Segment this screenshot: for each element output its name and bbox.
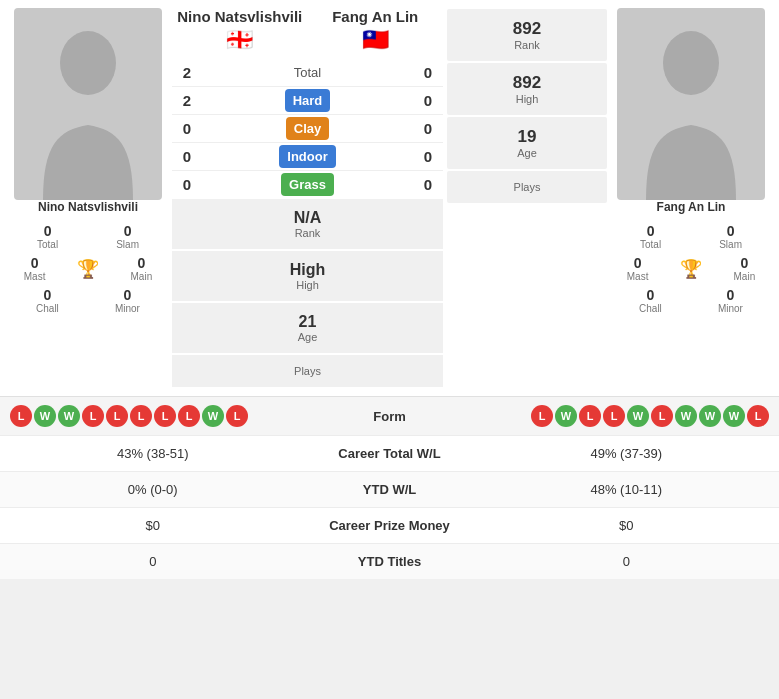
left-stats-row1: 0 Total 0 Slam xyxy=(8,220,168,253)
right-stats-row2: 0 Chall 0 Minor xyxy=(611,284,771,317)
left-chall-cell: 0 Chall xyxy=(36,287,59,314)
score-hard-right: 0 xyxy=(413,92,443,109)
right-rank-label: Rank xyxy=(451,39,603,51)
indoor-badge: Indoor xyxy=(279,145,335,168)
right-form-badges: LWLLWLWWWL xyxy=(531,405,769,427)
left-main-cell: 0 Main xyxy=(131,255,153,282)
right-plays-block: Plays xyxy=(447,171,607,203)
right-age-value: 19 xyxy=(451,127,603,147)
form-badge: W xyxy=(723,405,745,427)
form-badge: L xyxy=(10,405,32,427)
left-plays-label: Plays xyxy=(176,365,439,377)
right-mast-cell: 0 Mast xyxy=(627,255,649,282)
hard-badge: Hard xyxy=(285,89,331,112)
left-total-value: 0 xyxy=(37,223,58,239)
left-plays-block: Plays xyxy=(172,355,443,387)
right-high-block: 892 High xyxy=(447,63,607,115)
right-chall-label: Chall xyxy=(639,303,662,314)
form-badge: L xyxy=(651,405,673,427)
stats-row-left-0: 43% (38-51) xyxy=(16,446,290,461)
left-rank-value: N/A xyxy=(176,209,439,227)
left-age-label: Age xyxy=(176,331,439,343)
right-main-label: Main xyxy=(734,271,756,282)
right-rank-block: 892 Rank xyxy=(447,9,607,61)
left-chall-label: Chall xyxy=(36,303,59,314)
left-trophy-icon: 🏆 xyxy=(77,258,99,280)
score-hard-left: 2 xyxy=(172,92,202,109)
form-badge: L xyxy=(603,405,625,427)
left-high-label: High xyxy=(176,279,439,291)
right-minor-label: Minor xyxy=(718,303,743,314)
right-stats-row1: 0 Total 0 Slam xyxy=(611,220,771,253)
right-flag: 🇹🇼 xyxy=(308,27,444,53)
left-slam-label: Slam xyxy=(116,239,139,250)
left-player-name: Nino Natsvlishvili xyxy=(8,200,168,214)
right-total-value: 0 xyxy=(640,223,661,239)
score-hard: 2 Hard 0 xyxy=(172,87,443,115)
grass-badge: Grass xyxy=(281,173,334,196)
right-total-label: Total xyxy=(640,239,661,250)
right-rank-value: 892 xyxy=(451,19,603,39)
main-container: Nino Natsvlishvili 0 Total 0 Slam 0 Mast… xyxy=(0,0,779,579)
left-trophy-row: 0 Mast 🏆 0 Main xyxy=(8,253,168,284)
score-total: 2 Total 0 xyxy=(172,59,443,87)
clay-badge: Clay xyxy=(286,117,329,140)
form-badge: L xyxy=(747,405,769,427)
score-clay-right: 0 xyxy=(413,120,443,137)
form-badge: L xyxy=(531,405,553,427)
stats-row-center-2: Career Prize Money xyxy=(290,518,490,533)
right-slam-label: Slam xyxy=(719,239,742,250)
left-main-label: Main xyxy=(131,271,153,282)
grass-label-container: Grass xyxy=(202,177,413,192)
left-rank-label: Rank xyxy=(176,227,439,239)
score-grass-left: 0 xyxy=(172,176,202,193)
stats-row: 0% (0-0) YTD W/L 48% (10-11) xyxy=(0,471,779,507)
score-total-left: 2 xyxy=(172,64,202,81)
score-total-right: 0 xyxy=(413,64,443,81)
comparison-section: Nino Natsvlishvili 0 Total 0 Slam 0 Mast… xyxy=(0,0,779,396)
form-badge: W xyxy=(555,405,577,427)
form-badge: W xyxy=(627,405,649,427)
score-clay: 0 Clay 0 xyxy=(172,115,443,143)
form-badge: L xyxy=(154,405,176,427)
left-silhouette xyxy=(33,25,143,200)
left-age-value: 21 xyxy=(176,313,439,331)
left-total-label: Total xyxy=(37,239,58,250)
stats-row: $0 Career Prize Money $0 xyxy=(0,507,779,543)
stats-row: 0 YTD Titles 0 xyxy=(0,543,779,579)
left-high-value: High xyxy=(176,261,439,279)
right-plays-label: Plays xyxy=(451,181,603,193)
form-badge: W xyxy=(675,405,697,427)
indoor-label-container: Indoor xyxy=(202,149,413,164)
right-player-name: Fang An Lin xyxy=(611,200,771,214)
svg-point-1 xyxy=(663,31,719,95)
right-chall-cell: 0 Chall xyxy=(639,287,662,314)
stats-row-center-0: Career Total W/L xyxy=(290,446,490,461)
left-age-block: 21 Age xyxy=(172,303,443,353)
stats-row-right-3: 0 xyxy=(490,554,764,569)
right-player-card: Fang An Lin 0 Total 0 Slam 0 Mast 🏆 xyxy=(611,8,771,388)
form-badge: L xyxy=(82,405,104,427)
left-mast-label: Mast xyxy=(24,271,46,282)
form-badge: L xyxy=(579,405,601,427)
right-mast-label: Mast xyxy=(627,271,649,282)
left-chall-value: 0 xyxy=(36,287,59,303)
right-avatar xyxy=(617,8,765,200)
stats-row-center-3: YTD Titles xyxy=(290,554,490,569)
score-indoor: 0 Indoor 0 xyxy=(172,143,443,171)
right-age-block: 19 Age xyxy=(447,117,607,169)
left-slam-cell: 0 Slam xyxy=(116,223,139,250)
right-minor-cell: 0 Minor xyxy=(718,287,743,314)
stats-rows: 43% (38-51) Career Total W/L 49% (37-39)… xyxy=(0,435,779,579)
right-trophy: 🏆 xyxy=(680,258,702,280)
svg-point-0 xyxy=(60,31,116,95)
left-stats-row2: 0 Chall 0 Minor xyxy=(8,284,168,317)
score-grass-right: 0 xyxy=(413,176,443,193)
stats-row-right-2: $0 xyxy=(490,518,764,533)
left-avatar xyxy=(14,8,162,200)
center-right-name: Fang An Lin xyxy=(308,8,444,25)
form-section: LWWLLLLLWL Form LWLLWLWWWL xyxy=(0,396,779,435)
form-badge: W xyxy=(34,405,56,427)
left-minor-cell: 0 Minor xyxy=(115,287,140,314)
left-minor-value: 0 xyxy=(115,287,140,303)
